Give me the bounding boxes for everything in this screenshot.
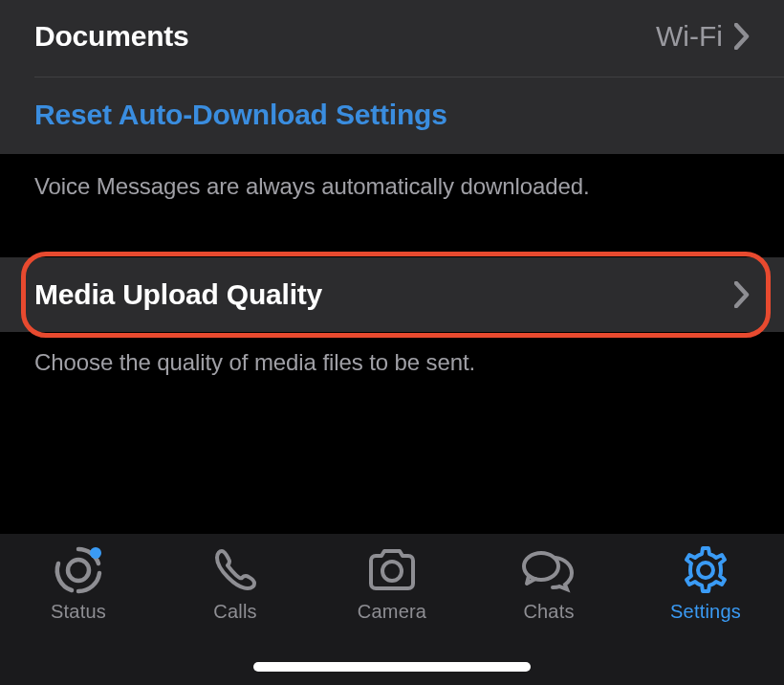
documents-value: Wi-Fi: [656, 20, 723, 53]
phone-icon: [210, 545, 260, 595]
gear-icon: [680, 545, 731, 595]
tab-settings[interactable]: Settings: [629, 545, 782, 623]
media-upload-section: Media Upload Quality: [0, 257, 784, 332]
documents-row[interactable]: Documents Wi-Fi: [0, 0, 784, 77]
status-icon: [53, 545, 104, 595]
svg-point-0: [68, 560, 89, 581]
tab-settings-label: Settings: [670, 601, 741, 623]
svg-point-1: [90, 547, 101, 559]
media-upload-quality-row[interactable]: Media Upload Quality: [0, 257, 784, 332]
voice-messages-note: Voice Messages are always automatically …: [0, 154, 784, 225]
tab-bar: Status Calls Camera Chats: [0, 534, 784, 685]
camera-icon: [364, 545, 420, 595]
chevron-right-icon: [734, 23, 750, 50]
tab-chats[interactable]: Chats: [472, 545, 625, 623]
tab-camera-label: Camera: [358, 601, 426, 623]
media-upload-label: Media Upload Quality: [34, 278, 322, 311]
tab-status-label: Status: [51, 601, 106, 623]
auto-download-section: Documents Wi-Fi Reset Auto-Download Sett…: [0, 0, 784, 154]
tab-calls-label: Calls: [213, 601, 256, 623]
media-quality-note: Choose the quality of media files to be …: [0, 332, 784, 386]
tab-calls[interactable]: Calls: [159, 545, 312, 623]
home-indicator[interactable]: [253, 662, 531, 672]
tab-camera[interactable]: Camera: [316, 545, 468, 623]
svg-point-2: [382, 562, 402, 581]
tab-status[interactable]: Status: [2, 545, 155, 623]
reset-link-label: Reset Auto-Download Settings: [34, 99, 447, 130]
documents-value-wrap: Wi-Fi: [656, 20, 750, 53]
reset-auto-download-row[interactable]: Reset Auto-Download Settings: [0, 77, 784, 154]
chevron-right-icon: [734, 281, 750, 308]
documents-label: Documents: [34, 20, 189, 53]
svg-point-4: [698, 563, 713, 578]
tab-chats-label: Chats: [523, 601, 574, 623]
chats-icon: [519, 545, 578, 595]
